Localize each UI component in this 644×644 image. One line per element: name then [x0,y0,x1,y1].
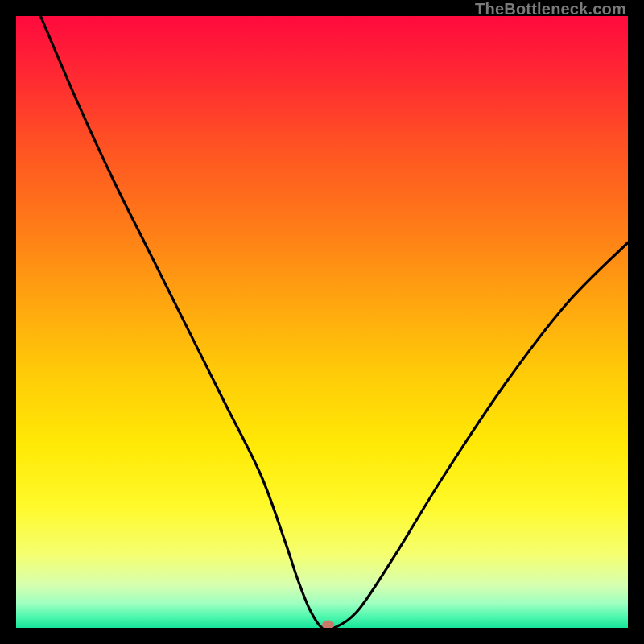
chart-frame: TheBottleneck.com [0,0,644,644]
plot-area [16,16,628,628]
curve-layer [16,16,628,628]
bottleneck-curve [40,16,628,628]
optimum-marker [322,621,334,629]
